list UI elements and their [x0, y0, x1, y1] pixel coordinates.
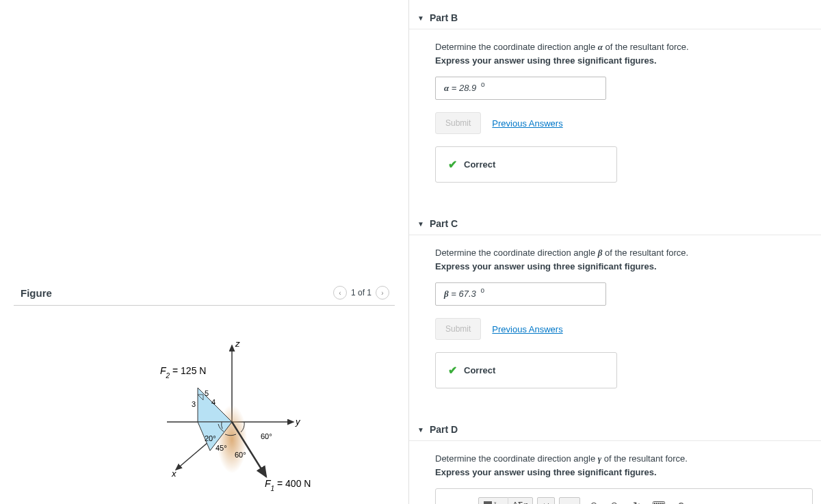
help-icon[interactable]: ? — [672, 497, 690, 504]
part-c-prev-answers[interactable]: Previous Answers — [492, 324, 562, 334]
part-c-submit[interactable]: Submit — [435, 318, 481, 340]
svg-text:60°: 60° — [261, 432, 272, 440]
figure-header: Figure ‹ 1 of 1 › — [14, 280, 395, 306]
keyboard-icon[interactable] — [650, 497, 668, 504]
pager-text: 1 of 1 — [351, 288, 372, 297]
part-d-input-panel: x√□ ΑΣφ ↓↑ vec ↶ ↷ ↻ — [435, 488, 813, 504]
part-c-answer: β = 67.3 o — [435, 282, 606, 306]
tool-group-1: x√□ ΑΣφ — [478, 497, 533, 504]
redo-icon[interactable]: ↷ — [606, 497, 624, 504]
part-c-feedback: ✔ Correct — [435, 352, 617, 388]
arrows-tool[interactable]: ↓↑ — [538, 497, 554, 504]
check-icon: ✔ — [448, 158, 457, 171]
part-b: ▼ Part B Determine the coordinate direct… — [409, 7, 821, 206]
tool-group-3: vec — [559, 497, 580, 504]
reset-icon[interactable]: ↻ — [628, 497, 646, 504]
equation-toolbar: x√□ ΑΣφ ↓↑ vec ↶ ↷ ↻ — [478, 497, 804, 504]
part-b-submit[interactable]: Submit — [435, 112, 481, 134]
part-b-title: Part B — [430, 12, 458, 23]
figure-panel: Figure ‹ 1 of 1 › — [14, 280, 395, 504]
chevron-down-icon: ▼ — [417, 426, 424, 434]
part-c-header[interactable]: ▼ Part C — [409, 213, 821, 235]
check-icon: ✔ — [448, 364, 457, 377]
template-tool[interactable]: x√□ — [479, 497, 508, 504]
part-b-prompt: Determine the coordinate direction angle… — [435, 42, 813, 53]
svg-text:45°: 45° — [216, 444, 227, 452]
svg-text:3: 3 — [192, 400, 196, 408]
part-c-prompt: Determine the coordinate direction angle… — [435, 248, 813, 258]
part-c-hint: Express your answer using three signific… — [435, 261, 813, 271]
figure-pager: ‹ 1 of 1 › — [333, 286, 389, 300]
svg-text:4: 4 — [211, 398, 216, 406]
pager-next[interactable]: › — [376, 286, 389, 300]
part-d-header[interactable]: ▼ Part D — [409, 419, 821, 441]
svg-text:F1 = 400 N: F1 = 400 N — [265, 478, 311, 492]
svg-text:x: x — [494, 501, 497, 504]
svg-text:z: z — [235, 339, 240, 349]
svg-text:60°: 60° — [235, 451, 246, 459]
svg-text:F2 = 125 N: F2 = 125 N — [160, 365, 206, 380]
svg-text:20°: 20° — [205, 434, 216, 442]
tool-group-2: ↓↑ — [537, 497, 555, 504]
part-b-hint: Express your answer using three signific… — [435, 55, 813, 66]
svg-text:5: 5 — [205, 389, 209, 397]
figure-diagram: z y x F2 = 125 N F1 = 400 N 3 4 5 20° 45… — [95, 333, 314, 504]
part-d-prompt: Determine the coordinate direction angle… — [435, 453, 813, 464]
part-b-feedback: ✔ Correct — [435, 146, 617, 183]
chevron-down-icon: ▼ — [417, 220, 424, 228]
chevron-down-icon: ▼ — [417, 14, 424, 22]
pager-prev[interactable]: ‹ — [333, 286, 347, 300]
right-column: ▼ Part B Determine the coordinate direct… — [409, 0, 821, 504]
part-d-title: Part D — [430, 424, 458, 435]
part-d: ▼ Part D Determine the coordinate direct… — [409, 419, 821, 504]
part-b-answer: α = 28.9 o — [435, 77, 606, 100]
left-column: Figure ‹ 1 of 1 › — [0, 0, 409, 504]
greek-tool[interactable]: ΑΣφ — [508, 497, 532, 504]
part-d-hint: Express your answer using three signific… — [435, 467, 813, 477]
part-b-header[interactable]: ▼ Part B — [409, 7, 821, 29]
undo-icon[interactable]: ↶ — [584, 497, 602, 504]
svg-rect-20 — [484, 501, 492, 504]
part-c: ▼ Part C Determine the coordinate direct… — [409, 213, 821, 412]
svg-text:x: x — [171, 468, 177, 479]
part-b-prev-answers[interactable]: Previous Answers — [492, 118, 562, 129]
svg-text:y: y — [295, 416, 301, 427]
part-c-title: Part C — [430, 218, 458, 229]
vec-tool[interactable]: vec — [560, 497, 579, 504]
figure-title: Figure — [21, 287, 52, 299]
